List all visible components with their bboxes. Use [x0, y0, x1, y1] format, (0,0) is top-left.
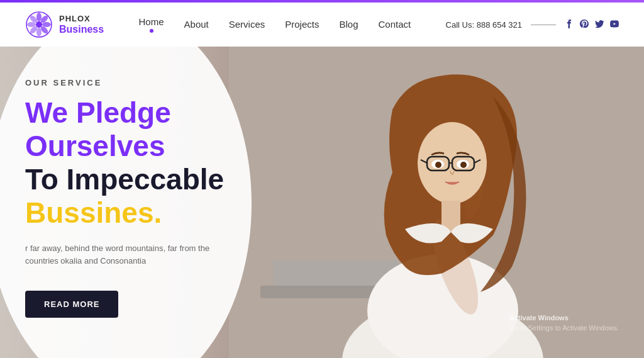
- svg-point-3: [42, 22, 51, 27]
- nav-link-services[interactable]: Services: [229, 19, 265, 30]
- hero-title-line3: Bussines.: [25, 196, 162, 229]
- activate-windows-watermark: Activate Windows Go to Settings to Activ…: [509, 313, 619, 333]
- activate-line2: Go to Settings to Activate Windows.: [509, 323, 619, 333]
- nav-item-projects[interactable]: Projects: [285, 19, 319, 30]
- nav-item-about[interactable]: About: [184, 19, 209, 30]
- nav-link-home[interactable]: Home: [139, 16, 164, 33]
- svg-point-9: [36, 21, 42, 28]
- nav-item-services[interactable]: Services: [229, 19, 265, 30]
- activate-text: Activate Windows Go to Settings to Activ…: [509, 313, 619, 333]
- facebook-icon[interactable]: [565, 20, 574, 30]
- read-more-button[interactable]: READ MORE: [25, 291, 118, 318]
- nav-link-about[interactable]: About: [184, 19, 209, 30]
- hero-title: We Pledge Ourselves To Impeccable Bussin…: [25, 96, 289, 230]
- nav-right: Call Us: 888 654 321: [446, 20, 619, 30]
- navbar: PHLOX Business Home About Services Proje…: [0, 3, 644, 47]
- hero-content: OUR SERVICE We Pledge Ourselves To Impec…: [0, 47, 314, 358]
- svg-point-7: [27, 22, 36, 27]
- activate-line1: Activate Windows: [509, 313, 619, 323]
- nav-menu: Home About Services Projects Blog Contac…: [139, 16, 411, 33]
- svg-point-1: [36, 13, 42, 21]
- social-icons: [565, 20, 619, 30]
- nav-link-projects[interactable]: Projects: [285, 19, 319, 30]
- hero-subtitle: OUR SERVICE: [25, 78, 289, 87]
- nav-item-home[interactable]: Home: [139, 16, 164, 33]
- nav-divider: [531, 25, 556, 25]
- youtube-icon[interactable]: [610, 20, 619, 30]
- hero-description: r far away, behind the word mountains, f…: [25, 242, 226, 269]
- nav-link-blog[interactable]: Blog: [339, 19, 358, 30]
- svg-point-28: [460, 162, 467, 168]
- logo[interactable]: PHLOX Business: [25, 11, 104, 38]
- hero-section: OUR SERVICE We Pledge Ourselves To Impec…: [0, 47, 644, 358]
- call-us-text: Call Us: 888 654 321: [446, 20, 522, 30]
- svg-point-27: [435, 162, 441, 168]
- twitter-icon[interactable]: [595, 20, 604, 30]
- nav-item-blog[interactable]: Blog: [339, 19, 358, 30]
- logo-sub: Business: [59, 23, 104, 35]
- nav-item-contact[interactable]: Contact: [378, 19, 411, 30]
- hero-title-line2: To Impeccable: [25, 163, 224, 196]
- logo-brand: PHLOX: [59, 14, 104, 24]
- svg-point-5: [36, 28, 42, 36]
- logo-icon: [25, 11, 53, 38]
- nav-link-contact[interactable]: Contact: [378, 19, 411, 30]
- pinterest-icon[interactable]: [580, 20, 589, 30]
- hero-title-line1: We Pledge Ourselves: [25, 96, 171, 162]
- logo-text: PHLOX Business: [59, 14, 104, 36]
